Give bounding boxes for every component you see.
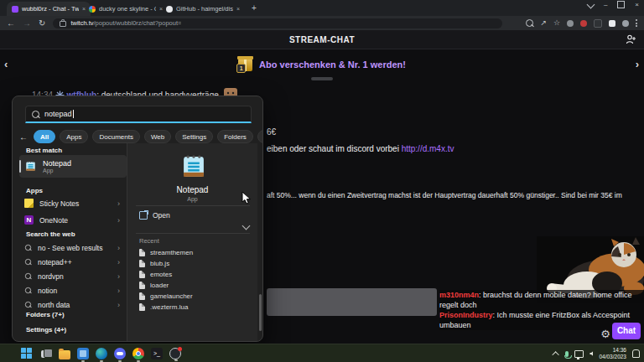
notification-bell-icon[interactable] bbox=[632, 349, 640, 358]
back-button[interactable]: ← bbox=[7, 19, 15, 28]
taskbar-clock[interactable]: 14:36 04/03/2023 bbox=[599, 347, 626, 360]
tab-search-chevron-icon[interactable] bbox=[586, 1, 595, 9]
expand-chevron-icon[interactable] bbox=[242, 222, 251, 230]
file-explorer-icon[interactable] bbox=[59, 350, 70, 359]
share-icon[interactable]: ↗ bbox=[540, 19, 547, 27]
search-icon bbox=[25, 273, 31, 279]
result-sticky-notes[interactable]: Sticky Notes › bbox=[16, 195, 125, 211]
settings-section-label[interactable]: Settings (4+) bbox=[26, 326, 66, 334]
bookmark-star-icon[interactable]: ☆ bbox=[553, 19, 560, 27]
sidebar-icon[interactable] bbox=[609, 20, 615, 27]
username[interactable]: m310nm4n bbox=[439, 291, 479, 299]
filter-documents[interactable]: Documents bbox=[92, 130, 139, 143]
extensions-puzzle-icon[interactable] bbox=[594, 19, 602, 28]
divider bbox=[136, 205, 250, 206]
url-bar[interactable]: twitch.tv/popout/wubbl0rz/chat?popout= bbox=[53, 18, 502, 28]
chevron-right-icon[interactable]: › bbox=[117, 199, 120, 208]
reload-button[interactable]: ↻ bbox=[39, 19, 45, 28]
document-icon bbox=[139, 271, 145, 278]
filter-settings[interactable]: Settings bbox=[175, 130, 213, 143]
recent-item[interactable]: streamthemen bbox=[139, 247, 193, 258]
banner-prev-icon[interactable]: ‹ bbox=[4, 58, 8, 70]
tab-github[interactable]: GitHub - haimgel/display-switch × bbox=[161, 2, 245, 16]
display-icon[interactable] bbox=[574, 350, 584, 358]
open-icon bbox=[139, 211, 148, 220]
chevron-right-icon[interactable]: › bbox=[117, 301, 120, 309]
filter-apps[interactable]: Apps bbox=[60, 130, 88, 143]
speaker-icon[interactable] bbox=[589, 351, 593, 356]
chat-send-button[interactable]: Chat bbox=[612, 323, 641, 339]
maximize-button[interactable] bbox=[617, 1, 625, 8]
chat-settings-gear-icon[interactable]: ⚙ bbox=[600, 328, 610, 340]
recent-item[interactable]: loader bbox=[139, 280, 169, 291]
tab-twitch-chat[interactable]: wubbl0rz - Chat - Twitch × bbox=[7, 2, 91, 16]
preview-app-name: Notepad bbox=[127, 185, 257, 194]
panel-scrollbar[interactable] bbox=[259, 294, 262, 331]
recent-item[interactable]: emotes bbox=[139, 269, 172, 280]
open-action[interactable]: Open bbox=[139, 211, 170, 220]
edge-browser-icon[interactable] bbox=[96, 348, 107, 359]
chevron-right-icon[interactable]: › bbox=[117, 287, 120, 295]
selection-bar bbox=[19, 160, 21, 173]
filter-all[interactable]: All bbox=[34, 130, 55, 143]
filter-folders[interactable]: Folders bbox=[217, 130, 253, 143]
chevron-right-icon[interactable]: › bbox=[117, 272, 120, 281]
subgift-banner[interactable]: 1 Abo verschenken & Nr. 1 werden! bbox=[0, 49, 644, 80]
username[interactable]: PrisonIndustry bbox=[439, 311, 493, 319]
tab-google-search[interactable]: ducky one skyline - Google Suc × bbox=[84, 2, 168, 16]
recent-item[interactable]: .wezterm.lua bbox=[139, 302, 188, 313]
filter-photos[interactable]: Photos bbox=[257, 130, 263, 143]
notification-dot bbox=[178, 347, 182, 351]
start-button[interactable] bbox=[20, 347, 34, 360]
extension-icon[interactable] bbox=[567, 20, 574, 27]
filter-web[interactable]: Web bbox=[144, 130, 171, 143]
task-view-button[interactable] bbox=[40, 348, 52, 359]
best-match-name: Notepad bbox=[43, 159, 71, 168]
banner-next-icon[interactable]: › bbox=[636, 58, 639, 70]
result-label: OneNote bbox=[39, 216, 112, 225]
forward-button[interactable]: → bbox=[23, 19, 31, 28]
document-icon bbox=[139, 303, 145, 311]
browser-menu-icon[interactable] bbox=[636, 19, 637, 27]
tray-overflow-chevron-icon[interactable] bbox=[553, 351, 559, 358]
zoom-icon[interactable] bbox=[526, 19, 533, 27]
tab-close-icon[interactable]: × bbox=[236, 6, 240, 12]
best-match-item-notepad[interactable]: Notepad App bbox=[19, 155, 127, 178]
obs-icon[interactable] bbox=[169, 348, 181, 359]
blue-app-icon[interactable] bbox=[77, 348, 89, 359]
notepad-icon-large bbox=[179, 153, 208, 181]
chat-header: STREAM-CHAT bbox=[0, 30, 644, 49]
microphone-in-use-icon[interactable] bbox=[565, 351, 569, 357]
running-indicator bbox=[174, 359, 178, 361]
discord-link[interactable]: http://d.m4x.tv bbox=[402, 144, 454, 153]
close-window-button[interactable]: × bbox=[635, 1, 639, 8]
result-onenote[interactable]: N OneNote › bbox=[16, 212, 125, 228]
discord-icon[interactable] bbox=[114, 348, 126, 359]
minimize-button[interactable]: – bbox=[604, 1, 607, 8]
terminal-icon[interactable]: >_ bbox=[151, 348, 163, 359]
chevron-right-icon[interactable]: › bbox=[117, 258, 120, 266]
gift-rank-number: 1 bbox=[236, 64, 246, 73]
chevron-right-icon[interactable]: › bbox=[117, 216, 120, 225]
toolbar-right-icons: ↗ ☆ bbox=[526, 19, 637, 28]
result-label: nordvpn bbox=[38, 272, 112, 281]
recent-item[interactable]: blub.js bbox=[139, 258, 169, 269]
folders-section-label[interactable]: Folders (7+) bbox=[26, 311, 65, 318]
profile-avatar[interactable] bbox=[622, 20, 629, 27]
chrome-icon[interactable] bbox=[132, 348, 144, 359]
extension-badge-icon[interactable] bbox=[580, 20, 587, 27]
new-tab-button[interactable]: + bbox=[252, 3, 257, 13]
best-match-type: App bbox=[43, 168, 71, 173]
chevron-right-icon[interactable]: › bbox=[117, 244, 120, 252]
result-label: north data bbox=[38, 301, 112, 309]
search-input[interactable]: notepad bbox=[25, 106, 252, 123]
banner-drag-handle[interactable] bbox=[311, 77, 333, 80]
recent-file-name: blub.js bbox=[150, 260, 169, 267]
divider bbox=[136, 233, 250, 234]
recent-item[interactable]: gamelauncher bbox=[139, 291, 193, 302]
tab-title: GitHub - haimgel/display-switch bbox=[176, 5, 233, 13]
chat-fragment-contract: aft 50%... wenn du einen Zweitvertrag ma… bbox=[267, 191, 622, 199]
viewer-list-icon[interactable] bbox=[626, 34, 637, 45]
back-arrow-icon[interactable]: ← bbox=[19, 132, 28, 142]
browser-tab-strip: wubbl0rz - Chat - Twitch × ducky one sky… bbox=[0, 0, 644, 16]
